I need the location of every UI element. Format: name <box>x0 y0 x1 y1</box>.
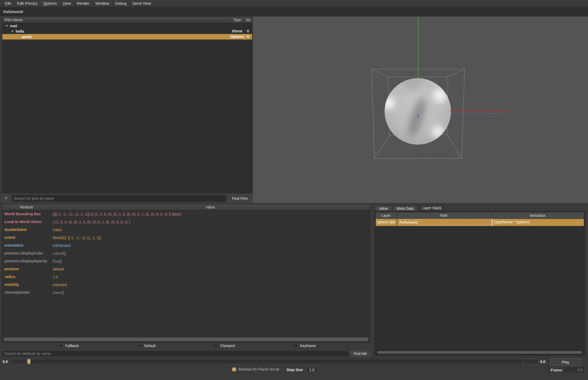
attr-row-world-bounding-box[interactable]: World Bounding Box [([(-1, -1, -1)...(1,… <box>2 210 370 218</box>
scrollbar-thumb[interactable] <box>377 351 583 354</box>
find-prim-button[interactable]: Find Prim <box>228 195 252 202</box>
redraw-checkbox[interactable] <box>232 367 236 371</box>
fallback-filter[interactable]: Fallback <box>59 344 79 348</box>
menu-send-view[interactable]: Send View <box>129 1 154 5</box>
timeline-separator <box>548 358 549 373</box>
stage-viewport[interactable] <box>253 17 588 203</box>
fallback-checkbox[interactable] <box>59 344 63 348</box>
attr-row-xformoporder[interactable]: xformOpOrder token[] <box>2 289 370 297</box>
layer-stack-header: Layer Path Metadata <box>376 212 584 219</box>
frame-value-display: 0.0 <box>564 367 584 373</box>
expand-caret-icon[interactable] <box>11 31 14 32</box>
attribute-search-input[interactable] <box>2 350 349 357</box>
menu-edit-prims[interactable]: Edit Prim(s) <box>14 1 40 5</box>
range-end-field[interactable] <box>523 359 539 364</box>
column-header-layer[interactable]: Layer <box>376 213 397 218</box>
attr-row-primvars-displaycolor[interactable]: primvars:displayColor color3f[] <box>2 249 370 257</box>
attr-row-local-to-world-xform[interactable]: Local to World Xform ( (1, 0, 0, 0), (0,… <box>2 218 370 226</box>
attr-row-doublesided[interactable]: doubleSided False <box>2 226 370 234</box>
clamped-filter[interactable]: Clamped <box>214 344 235 348</box>
column-header-vis[interactable]: Vis <box>244 18 252 22</box>
attr-row-purpose[interactable]: purpose default <box>2 265 370 273</box>
menu-bar: File Edit Prim(s) Options View Render Wi… <box>0 0 588 7</box>
tree-row-root[interactable]: root <box>2 23 252 29</box>
viewport-render <box>253 17 588 203</box>
keyframe-filter[interactable]: Keyframe <box>294 344 316 348</box>
attr-row-primvars-displayopacity[interactable]: primvars:displayOpacity float[] <box>2 257 370 265</box>
frame-label: Frame: <box>551 368 563 372</box>
prim-search-row: ? Find Prim <box>2 195 252 202</box>
column-header-prim-name[interactable]: Prim Name <box>2 18 230 22</box>
column-header-type[interactable]: Type <box>230 18 244 22</box>
column-header-attribute[interactable]: Attribute <box>2 204 51 210</box>
prim-search-input[interactable] <box>12 195 226 202</box>
metadata-cell[interactable]: {'typeName': 'Sphere'} <box>492 219 584 226</box>
layer-stack-view: Layer Path Metadata sphere.abc /hello/wo… <box>374 211 585 356</box>
step-size-field[interactable] <box>306 367 318 372</box>
prim-tree-panel: Prim Name Type Vis root hello Xform V wo… <box>2 17 252 193</box>
attribute-search-row: Find Attr <box>2 350 370 357</box>
frame-slider-handle[interactable] <box>27 359 31 364</box>
redraw-on-frame-scrub[interactable]: Redraw On Frame Scrub <box>232 367 279 371</box>
range-start-label: 0.0 <box>3 360 8 364</box>
clamped-checkbox[interactable] <box>214 344 218 348</box>
layer-cell[interactable]: sphere.abc <box>376 219 397 226</box>
frame-slider-track[interactable] <box>27 360 522 364</box>
prim-path-input[interactable]: /hello/world <box>0 7 588 16</box>
attr-row-orientation[interactable]: orientation leftHanded <box>2 242 370 249</box>
prim-search-help-button[interactable]: ? <box>2 195 10 202</box>
play-button[interactable]: Play <box>550 359 581 366</box>
scrollbar-thumb[interactable] <box>3 337 369 342</box>
z-axis-faint-line <box>450 113 509 114</box>
menu-render[interactable]: Render <box>74 1 92 5</box>
tab-meta-data[interactable]: Meta Data <box>393 206 418 211</box>
find-attr-button[interactable]: Find Attr <box>350 350 370 357</box>
default-checkbox[interactable] <box>138 344 142 348</box>
prim-tree-header: Prim Name Type Vis <box>2 17 252 23</box>
expand-caret-icon[interactable] <box>5 25 8 27</box>
layer-stack-row-selected[interactable]: sphere.abc /hello/world {'typeName': 'Sp… <box>376 219 584 226</box>
default-filter[interactable]: Default <box>138 344 156 348</box>
attribute-panel: Attribute Value World Bounding Box [([(-… <box>2 204 370 343</box>
menu-window[interactable]: Window <box>93 1 112 5</box>
keyframe-checkbox[interactable] <box>294 344 298 348</box>
sphere-geometry <box>382 69 451 145</box>
path-cell[interactable]: /hello/world <box>397 219 492 226</box>
attr-row-extent[interactable]: extent float3[2]: [(-1, -1, -1), (1, 1, … <box>2 234 370 242</box>
menu-view[interactable]: View <box>60 1 74 5</box>
attr-row-radius[interactable]: radius 1.0 <box>2 273 370 281</box>
menu-file[interactable]: File <box>2 1 14 5</box>
inspector-horizontal-scrollbar[interactable] <box>377 350 583 354</box>
tab-value[interactable]: Value <box>375 206 392 211</box>
tab-layer-stack[interactable]: Layer Stack <box>418 204 445 211</box>
attribute-table-header: Attribute Value <box>2 204 370 210</box>
tree-row-hello[interactable]: hello Xform V <box>2 29 252 34</box>
column-header-path[interactable]: Path <box>397 213 491 218</box>
timeline-bar: 0.0 0.0 Play Redraw On Frame Scrub Step … <box>0 357 588 380</box>
inspector-panel: Value Meta Data Layer Stack Layer Path M… <box>374 204 585 356</box>
attribute-horizontal-scrollbar[interactable] <box>3 337 369 342</box>
column-header-value[interactable]: Value <box>51 205 370 209</box>
attr-row-visibility[interactable]: visibility inherited <box>2 281 370 289</box>
tree-row-world-selected[interactable]: world Sphere V <box>2 34 252 39</box>
menu-options[interactable]: Options <box>41 1 60 5</box>
inspector-tabs: Value Meta Data Layer Stack <box>375 204 446 211</box>
menu-debug[interactable]: Debug <box>112 1 129 5</box>
attribute-value-filters: Fallback Default Clamped Keyframe <box>2 344 370 349</box>
column-header-metadata[interactable]: Metadata <box>491 213 584 218</box>
range-end-label: 0.0 <box>540 360 545 364</box>
step-size-label: Step Size <box>287 368 303 372</box>
